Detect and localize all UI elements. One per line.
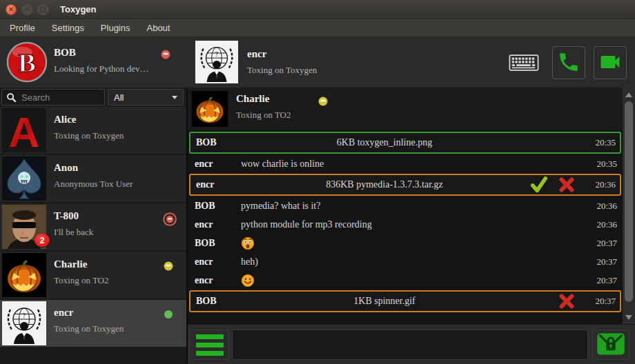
busy-status-icon (160, 49, 171, 60)
message-text: heh) (241, 256, 258, 267)
online-status-icon (163, 309, 177, 323)
message-sender: encr (195, 219, 213, 230)
shocked-emoji (241, 236, 255, 250)
file-transfer-actions (530, 176, 576, 194)
contact-item-anon[interactable]: AnonAnonymous Tox User (0, 155, 186, 202)
decline-file-button[interactable] (558, 292, 576, 310)
message-sender: BOB (196, 137, 217, 148)
menu-settings[interactable]: Settings (43, 19, 92, 37)
encrypted-envelope-lock-icon (596, 332, 626, 358)
decline-file-button[interactable] (558, 176, 576, 194)
message-row: encr20:37 (189, 272, 621, 290)
message-time: 20:37 (596, 256, 617, 267)
message-sender: BOB (195, 238, 215, 249)
titlebar[interactable]: ✕ − ▢ Toxygen (0, 0, 635, 19)
peer-item-avatar (192, 91, 228, 127)
contact-item-t-800[interactable]: T-800I'll be back2 (0, 203, 186, 250)
toxygen-window: ✕ − ▢ Toxygen ProfileSettingsPluginsAbou… (0, 0, 635, 364)
chat-peer-item[interactable]: Charlie Toxing on TO2 (188, 88, 623, 130)
chevron-down-icon (172, 96, 177, 99)
search-box[interactable] (1, 89, 105, 105)
message-time: 20:35 (595, 137, 616, 148)
file-transfer-row: encr836KB pymedia-1.3.7.3.tar.gz20:36 (189, 174, 621, 196)
menu-profile[interactable]: Profile (1, 19, 43, 37)
contact-name: Charlie (54, 259, 87, 270)
file-transfer-label: 836KB pymedia-1.3.7.3.tar.gz (232, 179, 537, 190)
scroll-up-icon[interactable] (623, 89, 635, 100)
contact-status-message: Toxing on TO2 (54, 275, 109, 286)
message-time: 20:36 (596, 201, 617, 212)
svg-text:B: B (18, 48, 36, 77)
message-time: 20:37 (596, 238, 617, 249)
video-call-button[interactable] (594, 46, 627, 79)
contact-status-message: Anonymous Tox User (54, 179, 133, 190)
contact-item-alice[interactable]: AAliceToxing on Toxygen (0, 107, 186, 154)
send-encrypted-message-button[interactable] (592, 330, 629, 360)
chat-area: Charlie Toxing on TO2 BOB6KB toxygen_inl… (186, 88, 635, 364)
message-row: BOBpymedia? what is it?20:36 (189, 197, 621, 215)
menubar: ProfileSettingsPluginsAbout (0, 19, 635, 37)
filter-value: All (114, 92, 124, 103)
message-time: 20:37 (595, 296, 616, 307)
smile-emoji (241, 274, 255, 287)
message-row: encrwow charlie is online20:35 (189, 155, 621, 173)
svg-text:?: ? (23, 312, 26, 319)
skull-spade-avatar (2, 156, 46, 201)
phone-icon (557, 50, 580, 76)
message-text: python module for mp3 recording (241, 219, 372, 230)
typing-notification-button[interactable] (508, 54, 540, 73)
accept-file-button[interactable] (530, 176, 548, 194)
contact-list: AAliceToxing on ToxygenAnonAnonymous Tox… (0, 107, 186, 348)
chat-scrollbar[interactable] (623, 88, 635, 324)
peer-avatar: ? (195, 41, 238, 83)
menu-about[interactable]: About (138, 19, 178, 37)
search-row: All (0, 88, 186, 107)
message-text: wow charlie is online (241, 159, 324, 170)
contact-status-message: Toxing on Toxygen (54, 323, 124, 334)
peer-item-status-message: Toxing on TO2 (236, 110, 291, 121)
hamburger-menu-icon (196, 334, 222, 356)
message-sender: BOB (195, 201, 215, 212)
video-camera-icon (598, 50, 623, 77)
contact-filter-dropdown[interactable]: All (108, 89, 184, 105)
message-row: encrpython module for mp3 recording20:36 (189, 216, 621, 234)
busy-ring-status-icon (163, 212, 177, 226)
scroll-down-icon[interactable] (623, 312, 635, 323)
message-sender: encr (195, 159, 213, 170)
keyboard-icon (509, 63, 539, 74)
message-time: 20:35 (596, 159, 617, 170)
message-sender: encr (195, 275, 213, 286)
smileys-menu-button[interactable] (189, 330, 229, 360)
file-transfer-row: BOB6KB toxygen_inline.png20:35 (189, 132, 621, 154)
sidebar: All AAliceToxing on ToxygenAnonAnonymous… (0, 88, 186, 364)
anonymous-mask-avatar: ? (2, 301, 46, 345)
contact-name: Anon (54, 162, 78, 174)
minimize-window-icon[interactable]: − (21, 4, 32, 15)
audio-call-button[interactable] (552, 46, 585, 79)
contact-name: encr (54, 307, 73, 318)
contact-status-message: Toxing on Toxygen (54, 130, 124, 141)
scrollbar-thumb[interactable] (625, 101, 633, 302)
search-input[interactable] (20, 92, 104, 103)
contact-item-charlie[interactable]: CharlieToxing on TO2 (0, 252, 186, 299)
message-input[interactable] (232, 330, 588, 360)
message-text: pymedia? what is it? (241, 201, 320, 212)
composer-bar (188, 324, 635, 364)
file-transfer-actions (558, 292, 576, 310)
svg-text:?: ? (215, 50, 218, 58)
peer-name: encr (247, 48, 266, 60)
self-avatar[interactable]: B (6, 41, 48, 83)
maximize-window-icon[interactable]: ▢ (37, 4, 48, 15)
messages: BOB6KB toxygen_inline.png20:35encrwow ch… (188, 130, 623, 312)
file-transfer-row: BOB1KB spinner.gif20:37 (189, 290, 621, 312)
contact-name: Alice (54, 114, 76, 125)
contact-status-message: I'll be back (54, 227, 93, 238)
contact-item-encr[interactable]: ?encrToxing on Toxygen (0, 300, 186, 347)
message-time: 20:37 (596, 275, 617, 286)
menu-plugins[interactable]: Plugins (92, 19, 139, 37)
away-status-icon (318, 96, 329, 107)
message-time: 20:36 (595, 179, 616, 190)
close-window-icon[interactable]: ✕ (6, 4, 17, 15)
peer-status-message: Toxing on Toxygen (247, 65, 317, 76)
contact-name: T-800 (54, 210, 79, 222)
